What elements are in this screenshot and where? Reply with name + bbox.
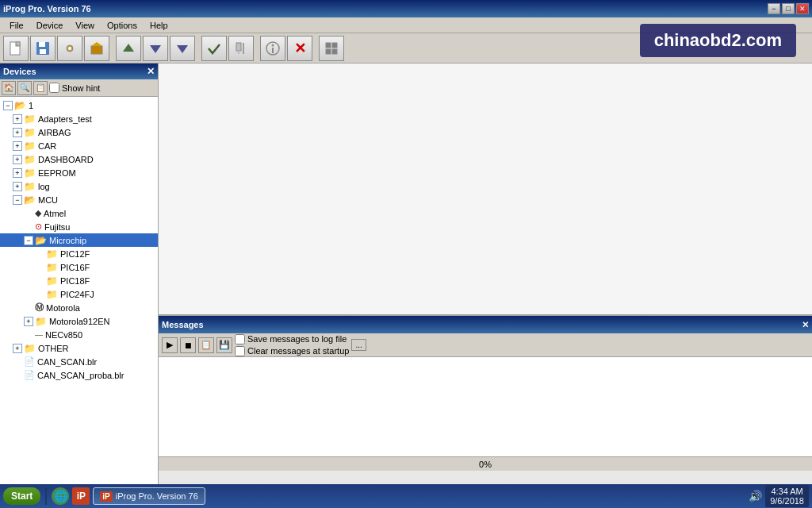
tree-item-motorola912en[interactable]: + 📁 Motorola912EN bbox=[0, 314, 158, 328]
messages-header: Messages ✕ bbox=[159, 316, 812, 333]
folder-icon-car: 📁 bbox=[24, 140, 36, 152]
taskbar-ie-icon[interactable]: 🌐 bbox=[52, 487, 69, 505]
tree-toggle-motorola912en[interactable]: + bbox=[24, 317, 33, 326]
tree-item-can-scan[interactable]: 📄 CAN_SCAN.blr bbox=[0, 355, 158, 368]
tree-toggle-airbag[interactable]: + bbox=[13, 128, 22, 137]
tree-toggle-adapters[interactable]: + bbox=[13, 114, 22, 124]
app-title: iProg Pro. Version 76 bbox=[3, 4, 91, 13]
browse-button[interactable]: ... bbox=[351, 339, 366, 351]
toolbar-info-button[interactable] bbox=[260, 36, 285, 61]
tree-toggle-car[interactable]: + bbox=[13, 141, 22, 151]
menu-device[interactable]: Device bbox=[30, 19, 70, 32]
leaf-icon-necv850: — bbox=[35, 330, 43, 339]
device-tree[interactable]: − 📂 1 + 📁 Adapters_test + 📁 AIRBAG + 📁 C… bbox=[0, 97, 158, 484]
tree-view-button[interactable]: 📋 bbox=[33, 81, 48, 95]
tree-item-pic24fj[interactable]: 📁 PIC24FJ bbox=[0, 287, 158, 301]
taskbar-iprog-icon[interactable]: iP bbox=[72, 487, 90, 505]
tree-item-fujitsu[interactable]: ⊙ Fujitsu bbox=[0, 220, 158, 233]
folder-icon-airbag: 📁 bbox=[24, 127, 36, 138]
tree-item-root[interactable]: − 📂 1 bbox=[0, 98, 158, 112]
tree-item-airbag[interactable]: + 📁 AIRBAG bbox=[0, 125, 158, 139]
tree-item-car[interactable]: + 📁 CAR bbox=[0, 139, 158, 152]
show-hint-checkbox[interactable] bbox=[49, 83, 59, 93]
toolbar-save-button[interactable] bbox=[30, 36, 56, 61]
folder-icon-pic12f: 📁 bbox=[46, 248, 58, 260]
taskbar-right: 🔊 4:34 AM 9/6/2018 bbox=[749, 485, 809, 507]
tree-item-adapters[interactable]: + 📁 Adapters_test bbox=[0, 112, 158, 125]
folder-icon-pic18f: 📁 bbox=[46, 275, 58, 287]
close-button[interactable]: ✕ bbox=[796, 3, 809, 14]
minimize-button[interactable]: − bbox=[768, 3, 780, 14]
tree-home-button[interactable]: 🏠 bbox=[2, 81, 16, 95]
clear-messages-label[interactable]: Clear messages at startup bbox=[235, 346, 349, 356]
ie-icon: 🌐 bbox=[54, 490, 67, 502]
start-button[interactable]: Start bbox=[3, 487, 40, 505]
msg-btn-1[interactable]: ▶ bbox=[162, 337, 178, 353]
toolbar-settings-button[interactable] bbox=[57, 36, 82, 61]
msg-btn-2[interactable]: ⏹ bbox=[180, 337, 196, 353]
devices-close-button[interactable]: ✕ bbox=[147, 66, 155, 77]
status-bar: 0% bbox=[159, 456, 812, 471]
taskbar-clock: 4:34 AM 9/6/2018 bbox=[765, 485, 809, 507]
menu-options[interactable]: Options bbox=[101, 19, 144, 32]
tree-item-microchip[interactable]: − 📂 Microchip bbox=[0, 233, 158, 247]
tree-toggle-log[interactable]: + bbox=[13, 182, 22, 191]
file-icon-can-scan-proba: 📄 bbox=[24, 370, 35, 380]
toolbar-package-button[interactable] bbox=[84, 36, 109, 61]
toolbar-down-button[interactable] bbox=[143, 36, 168, 61]
msg-btn-4[interactable]: 💾 bbox=[216, 337, 232, 353]
maximize-button[interactable]: □ bbox=[782, 3, 795, 14]
tree-toggle-microchip[interactable]: − bbox=[24, 236, 33, 245]
clock-date: 9/6/2018 bbox=[770, 496, 804, 506]
menu-help[interactable]: Help bbox=[144, 19, 174, 32]
tree-item-pic18f[interactable]: 📁 PIC18F bbox=[0, 274, 158, 287]
save-messages-checkbox[interactable] bbox=[235, 334, 245, 344]
menu-file[interactable]: File bbox=[3, 19, 30, 32]
show-hint-label[interactable]: Show hint bbox=[62, 83, 100, 93]
tree-item-dashboard[interactable]: + 📁 DASHBOARD bbox=[0, 152, 158, 166]
tree-label-atmel: Atmel bbox=[44, 209, 66, 218]
tree-toggle-eeprom[interactable]: + bbox=[13, 168, 22, 178]
tree-label-root: 1 bbox=[29, 101, 33, 110]
toolbar-check-button[interactable] bbox=[201, 36, 227, 61]
menu-view[interactable]: View bbox=[69, 19, 101, 32]
devices-panel: Devices ✕ 🏠 🔍 📋 Show hint − 📂 1 + 📁 bbox=[0, 64, 159, 484]
toolbar-grid-button[interactable] bbox=[319, 36, 344, 61]
tree-search-button[interactable]: 🔍 bbox=[17, 81, 32, 95]
tree-label-motorola: Motorola bbox=[46, 303, 80, 313]
tree-label-pic16f: PIC16F bbox=[60, 263, 90, 272]
tree-item-motorola[interactable]: Ⓜ Motorola bbox=[0, 301, 158, 314]
tree-item-necv850[interactable]: — NECv850 bbox=[0, 328, 158, 341]
tree-toggle-mcu[interactable]: − bbox=[13, 195, 22, 205]
tree-toggle-dashboard[interactable]: + bbox=[13, 155, 22, 164]
tree-item-mcu[interactable]: − 📂 MCU bbox=[0, 193, 158, 206]
tree-label-necv850: NECv850 bbox=[45, 330, 82, 340]
svg-rect-4 bbox=[39, 42, 45, 47]
toolbar-write-button[interactable] bbox=[228, 36, 254, 61]
tree-item-atmel[interactable]: ◆ Atmel bbox=[0, 206, 158, 220]
tree-item-other[interactable]: + 📁 OTHER bbox=[0, 341, 158, 355]
taskbar-app-iprog[interactable]: iP iProg Pro. Version 76 bbox=[93, 487, 205, 505]
tree-item-can-scan-proba[interactable]: 📄 CAN_SCAN_proba.blr bbox=[0, 368, 158, 382]
toolbar-down2-button[interactable] bbox=[170, 36, 195, 61]
main-layout: Devices ✕ 🏠 🔍 📋 Show hint − 📂 1 + 📁 bbox=[0, 64, 812, 484]
window-controls: − □ ✕ bbox=[768, 3, 809, 14]
taskbar-separator bbox=[45, 487, 47, 505]
tree-toggle-root[interactable]: − bbox=[3, 101, 13, 110]
tree-item-log[interactable]: + 📁 log bbox=[0, 179, 158, 193]
toolbar-up-button[interactable] bbox=[116, 36, 141, 61]
save-messages-label[interactable]: Save messages to log file bbox=[235, 334, 349, 344]
toolbar-new-button[interactable] bbox=[3, 36, 29, 61]
tree-item-eeprom[interactable]: + 📁 EEPROM bbox=[0, 166, 158, 179]
tree-toggle-other[interactable]: + bbox=[13, 344, 22, 353]
file-icon-can-scan: 📄 bbox=[24, 356, 35, 367]
toolbar-stop-button[interactable]: ✕ bbox=[287, 36, 312, 61]
tree-item-pic16f[interactable]: 📁 PIC16F bbox=[0, 260, 158, 274]
messages-close-button[interactable]: ✕ bbox=[802, 320, 809, 330]
msg-btn-3[interactable]: 📋 bbox=[198, 337, 214, 353]
clear-messages-checkbox[interactable] bbox=[235, 346, 245, 356]
fujitsu-icon: ⊙ bbox=[35, 221, 42, 232]
tree-label-microchip: Microchip bbox=[49, 236, 86, 245]
tree-item-pic12f[interactable]: 📁 PIC12F bbox=[0, 247, 158, 260]
svg-rect-21 bbox=[326, 49, 331, 54]
